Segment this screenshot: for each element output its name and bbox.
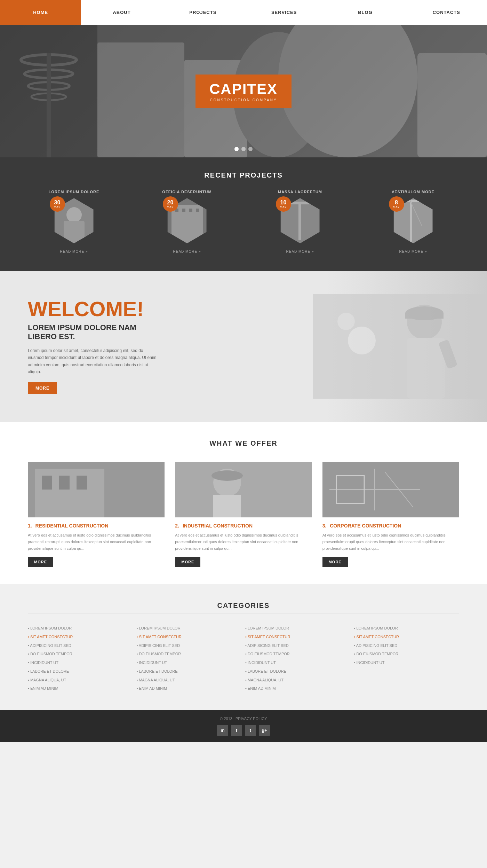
project-item-2: OFFICIA DESERUNTUM 20 MAY (134, 190, 240, 253)
project-month-4: MAY (393, 205, 400, 209)
cat-item-4-4: DO EIUSMOD TEMPOR (354, 650, 460, 658)
recent-projects-title: RECENT PROJECTS (21, 171, 466, 179)
hero-dot-2[interactable] (241, 147, 246, 151)
project-day-3: 10 (280, 200, 287, 205)
offer-grid: 1. RESIDENTIAL CONSTRUCTION At vero eos … (28, 462, 459, 567)
project-hex-wrapper-1: 30 MAY (51, 198, 97, 243)
offer-image-2 (175, 462, 312, 517)
svg-point-46 (211, 470, 243, 481)
offer-item-3: 3. CORPORATE CONSTRUCTION At vero eos et… (322, 462, 459, 567)
hero-section: CAPITEX CONSTRUCTION COMPANY (0, 25, 487, 157)
project-hex-wrapper-2: 20 MAY (165, 198, 210, 243)
cat-item-3-7: MAGNA ALIQUA, UT (245, 676, 351, 685)
cat-item-4-2[interactable]: SIT AMET CONSECTUR (354, 633, 460, 641)
offer-title-2: 2. INDUSTRIAL CONSTRUCTION (175, 523, 312, 529)
cat-item-2-8: ENIM AD MINIM (137, 684, 242, 693)
project-read-more-4[interactable]: READ MORE » (360, 250, 466, 253)
cat-item-1-2[interactable]: SIT AMET CONSECTUR (28, 633, 133, 641)
footer: © 2013 | PRIVACY POLICY in f t g+ (0, 710, 487, 742)
nav-about[interactable]: ABOUT (81, 0, 162, 25)
nav-blog[interactable]: BLOG (325, 0, 406, 25)
project-label-1: LOREM IPSUM DOLORE (21, 190, 127, 194)
svg-rect-22 (196, 209, 199, 212)
deco-circle-2 (337, 313, 355, 330)
social-linkedin[interactable]: in (217, 725, 228, 736)
cat-item-2-1: LOREM IPSUM DOLOR (137, 624, 242, 633)
categories-title: CATEGORIES (28, 602, 459, 610)
project-label-2: OFFICIA DESERUNTUM (134, 190, 240, 194)
nav-projects[interactable]: PROJECTS (162, 0, 244, 25)
welcome-body: Lorem ipsum dolor sit amet, consectetur … (28, 347, 160, 376)
svg-rect-32 (313, 294, 487, 399)
categories-col-4: LOREM IPSUM DOLORSIT AMET CONSECTURADIPI… (354, 624, 460, 693)
project-item-1: LOREM IPSUM DOLORE 30 MAY READ MORE » (21, 190, 127, 253)
cat-item-3-4: DO EIUSMOD TEMPOR (245, 650, 351, 658)
nav-home[interactable]: HOME (0, 0, 81, 25)
hero-content: CAPITEX CONSTRUCTION COMPANY (195, 75, 292, 108)
svg-rect-15 (64, 221, 85, 243)
cat-item-2-4: DO EIUSMOD TEMPOR (137, 650, 242, 658)
cat-item-1-7: MAGNA ALIQUA, UT (28, 676, 133, 685)
recent-projects-section: RECENT PROJECTS LOREM IPSUM DOLORE 30 MA… (0, 157, 487, 271)
offer-body-3: At vero eos et accusamus et iusto odio d… (322, 532, 459, 552)
offer-image-3 (322, 462, 459, 517)
cat-item-2-7: MAGNA ALIQUA, UT (137, 676, 242, 685)
categories-grid: LOREM IPSUM DOLORSIT AMET CONSECTURADIPI… (28, 624, 459, 693)
logo-subtitle: CONSTRUCTION COMPANY (209, 98, 278, 102)
cat-item-3-5: INCIDIDUNT UT (245, 658, 351, 667)
offer-more-button-3[interactable]: MORE (322, 557, 348, 567)
cat-item-3-2[interactable]: SIT AMET CONSECTUR (245, 633, 351, 641)
svg-rect-44 (175, 462, 312, 517)
offer-more-button-2[interactable]: MORE (175, 557, 200, 567)
what-we-offer-title: WHAT WE OFFER (28, 439, 459, 447)
social-facebook[interactable]: f (231, 725, 242, 736)
project-read-more-3[interactable]: READ MORE » (247, 250, 353, 253)
project-hex-wrapper-4: 8 MAY (391, 198, 436, 243)
project-day-1: 30 (54, 200, 61, 205)
social-twitter[interactable]: t (245, 725, 256, 736)
project-read-more-1[interactable]: READ MORE » (21, 250, 127, 253)
deco-circle-1 (348, 327, 376, 354)
section-divider-cat (28, 613, 459, 613)
svg-rect-35 (405, 313, 444, 319)
project-read-more-2[interactable]: READ MORE » (134, 250, 240, 253)
project-item-3: MASSA LAOREETUM 10 MAY READ MORE » (247, 190, 353, 253)
project-hex-wrapper-3: 10 MAY (278, 198, 323, 243)
cat-item-4-5: INCIDIDUNT UT (354, 658, 460, 667)
cat-item-4-1: LOREM IPSUM DOLOR (354, 624, 460, 633)
social-googleplus[interactable]: g+ (259, 725, 270, 736)
offer-title-3: 3. CORPORATE CONSTRUCTION (322, 523, 459, 529)
cat-item-3-8: ENIM AD MINIM (245, 684, 351, 693)
welcome-more-button[interactable]: MORE (28, 382, 57, 394)
hero-dot-3[interactable] (248, 147, 253, 151)
cat-item-3-1: LOREM IPSUM DOLOR (245, 624, 351, 633)
cat-item-2-5: INCIDIDUNT UT (137, 658, 242, 667)
svg-rect-47 (213, 495, 241, 517)
hero-carousel-dots (234, 147, 253, 151)
cat-item-1-5: INCIDIDUNT UT (28, 658, 133, 667)
cat-item-1-1: LOREM IPSUM DOLOR (28, 624, 133, 633)
projects-grid: LOREM IPSUM DOLORE 30 MAY READ MORE » (21, 190, 466, 253)
offer-item-1: 1. RESIDENTIAL CONSTRUCTION At vero eos … (28, 462, 165, 567)
cat-item-2-6: LABORE ET DOLORE (137, 667, 242, 676)
categories-section: CATEGORIES LOREM IPSUM DOLORSIT AMET CON… (0, 584, 487, 710)
svg-rect-29 (410, 200, 412, 242)
offer-image-1 (28, 462, 165, 517)
project-badge-1: 30 MAY (50, 196, 65, 212)
hero-dot-1[interactable] (234, 147, 239, 151)
offer-more-button-1[interactable]: MORE (28, 557, 53, 567)
offer-number-2: 2. (175, 523, 179, 529)
welcome-subtitle: LOREM IPSUM DOLORE NAM LIBERO EST. (28, 323, 160, 342)
nav-services[interactable]: SERVICES (244, 0, 325, 25)
cat-item-4-3: ADIPISICING ELIT SED (354, 641, 460, 650)
svg-rect-36 (407, 338, 445, 399)
cat-item-2-2[interactable]: SIT AMET CONSECTUR (137, 633, 242, 641)
cat-item-3-3: ADIPISICING ELIT SED (245, 641, 351, 650)
project-label-3: MASSA LAOREETUM (247, 190, 353, 194)
project-month-3: MAY (280, 205, 287, 209)
nav-contacts[interactable]: CONTACTS (406, 0, 487, 25)
categories-col-1: LOREM IPSUM DOLORSIT AMET CONSECTURADIPI… (28, 624, 133, 693)
cat-item-1-6: LABORE ET DOLORE (28, 667, 133, 676)
offer-body-2: At vero eos et accusamus et iusto odio d… (175, 532, 312, 552)
cat-item-1-3: ADIPISICING ELIT SED (28, 641, 133, 650)
